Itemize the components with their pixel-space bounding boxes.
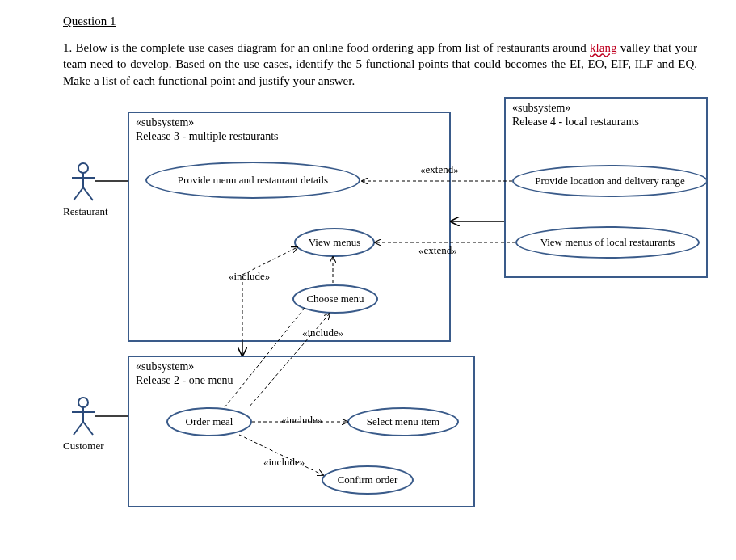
label-include: «include» [302, 326, 343, 339]
stick-figure-icon [67, 162, 99, 202]
label-extend: «extend» [418, 244, 457, 257]
grammar-becomes: becomes [505, 57, 547, 70]
use-case-diagram: «subsystem» Release 3 - multiple restaur… [63, 97, 709, 517]
subsystem-stereotype: «subsystem» [136, 360, 467, 374]
usecase-choose-menu: Choose menu [292, 284, 378, 314]
subsystem-stereotype: «subsystem» [512, 102, 700, 116]
actor-restaurant: Restaurant [63, 162, 103, 218]
subsystem-title: Release 2 - one menu [136, 374, 467, 388]
usecase-provide-location: Provide location and delivery range [512, 165, 708, 197]
subsystem-title: Release 4 - local restaurants [512, 116, 700, 129]
para-part1: 1. Below is the complete use cases diagr… [63, 41, 590, 54]
stick-figure-icon [67, 396, 99, 436]
svg-point-0 [78, 163, 88, 173]
svg-line-3 [74, 187, 83, 200]
usecase-provide-menu: Provide menu and restaurant details [145, 162, 360, 199]
svg-line-4 [83, 187, 93, 200]
usecase-confirm-order: Confirm order [322, 465, 414, 495]
subsystem-stereotype: «subsystem» [136, 116, 443, 130]
actor-customer: Customer [63, 396, 103, 453]
usecase-view-local: View menus of local restaurants [515, 226, 700, 259]
usecase-view-menus: View menus [294, 228, 375, 257]
subsystem-release3: «subsystem» Release 3 - multiple restaur… [128, 112, 451, 342]
usecase-select-item: Select menu item [347, 407, 459, 436]
usecase-order-meal: Order meal [166, 407, 252, 436]
label-include: «include» [229, 270, 270, 283]
svg-line-8 [74, 422, 83, 435]
svg-point-5 [78, 398, 88, 407]
question-text: 1. Below is the complete use cases diagr… [63, 40, 697, 89]
label-include: «include» [281, 414, 322, 427]
svg-line-9 [83, 422, 93, 435]
actor-label: Customer [63, 440, 103, 453]
actor-label: Restaurant [63, 205, 103, 218]
subsystem-title: Release 3 - multiple restaurants [136, 130, 443, 144]
question-heading: Question 1 [63, 15, 697, 28]
misspelled-klang: klang [590, 41, 616, 54]
label-extend: «extend» [420, 163, 459, 176]
label-include: «include» [263, 456, 305, 469]
